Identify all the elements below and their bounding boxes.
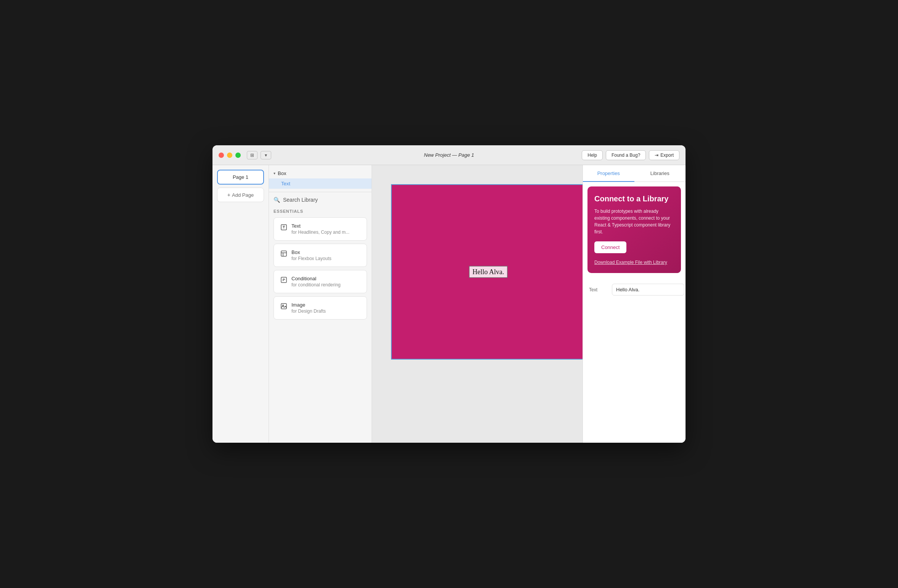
main-content: Page 1 + Add Page ▾ Box Text: [212, 165, 686, 443]
pages-panel: Page 1 + Add Page: [212, 165, 269, 443]
add-page-button[interactable]: + Add Page: [217, 188, 264, 202]
essentials-label: ESSENTIALS: [274, 209, 367, 214]
properties-section: Text: [583, 278, 686, 305]
chevron-down-icon: ▾: [265, 153, 267, 158]
titlebar: ⊞ ▾ New Project — Page 1 Help Found a Bu…: [212, 145, 686, 165]
layer-item-box[interactable]: ▾ Box: [269, 168, 372, 178]
library-item-text[interactable]: Text for Headlines, Copy and m...: [274, 217, 367, 241]
text-element[interactable]: Hello Alva.: [469, 266, 508, 278]
text-prop-input[interactable]: [612, 284, 684, 296]
sidebar-icon: ⊞: [250, 153, 254, 158]
chevron-down-button[interactable]: ▾: [261, 151, 271, 159]
connect-card-description: To build prototypes with already existin…: [594, 208, 674, 235]
svg-rect-3: [281, 251, 286, 256]
titlebar-actions: Help Found a Bug? ⇥ Export: [582, 150, 679, 160]
layers-panel: ▾ Box Text 🔍 Search Library ESSENTIALS: [269, 165, 372, 443]
connect-card-title: Connect to a Library: [594, 194, 674, 203]
search-bar: 🔍 Search Library: [274, 197, 367, 203]
plus-icon: +: [227, 192, 230, 198]
box-component-icon: [280, 250, 288, 257]
app-window: ⊞ ▾ New Project — Page 1 Help Found a Bu…: [212, 145, 686, 443]
tab-libraries[interactable]: Libraries: [634, 165, 686, 182]
text-component-icon: [280, 223, 288, 231]
library-item-image[interactable]: Image for Design Drafts: [274, 296, 367, 320]
download-example-link[interactable]: Download Example File with Library: [594, 260, 667, 265]
library-item-box[interactable]: Box for Flexbox Layouts: [274, 244, 367, 267]
maximize-button[interactable]: [235, 153, 241, 158]
layer-item-text[interactable]: Text: [269, 178, 372, 189]
help-button[interactable]: Help: [582, 150, 603, 160]
image-component-icon: [280, 302, 288, 310]
close-button[interactable]: [219, 153, 224, 158]
conditional-component-icon: [280, 276, 288, 284]
library-section: 🔍 Search Library ESSENTIALS Text for: [269, 192, 372, 443]
library-item-conditional[interactable]: Conditional for conditional rendering: [274, 270, 367, 293]
bug-button[interactable]: Found a Bug?: [606, 150, 646, 160]
text-property-row: Text: [589, 284, 679, 296]
connect-library-card: Connect to a Library To build prototypes…: [587, 186, 681, 273]
right-tabs: Properties Libraries: [583, 165, 686, 182]
sidebar-toggle-button[interactable]: ⊞: [247, 151, 257, 159]
export-icon: ⇥: [655, 153, 658, 158]
search-library-label[interactable]: Search Library: [283, 197, 318, 203]
chevron-icon: ▾: [274, 171, 275, 175]
minimize-button[interactable]: [227, 153, 232, 158]
titlebar-icon-group: ⊞ ▾: [247, 151, 271, 159]
window-title: New Project — Page 1: [424, 152, 474, 158]
export-button[interactable]: ⇥ Export: [649, 150, 679, 160]
search-icon: 🔍: [274, 197, 280, 203]
tab-properties[interactable]: Properties: [583, 165, 634, 182]
right-panel: Properties Libraries Connect to a Librar…: [583, 165, 686, 443]
connect-button[interactable]: Connect: [594, 241, 626, 253]
layers-tree: ▾ Box Text: [269, 165, 372, 192]
page-item-1[interactable]: Page 1: [217, 170, 264, 185]
traffic-lights: [219, 153, 241, 158]
canvas-area[interactable]: Hello Alva.: [372, 165, 583, 443]
text-prop-label: Text: [589, 287, 608, 292]
canvas-frame[interactable]: Hello Alva.: [391, 184, 583, 360]
